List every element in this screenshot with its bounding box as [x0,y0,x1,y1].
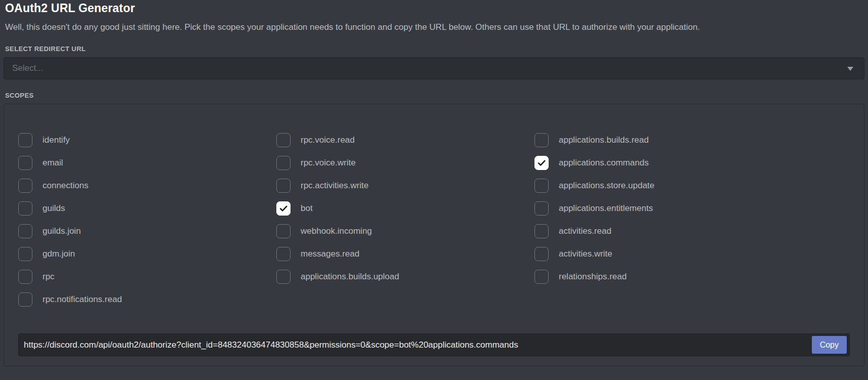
scope-item[interactable]: email [18,156,276,170]
scopes-column-3: applications.builds.read applications.co… [534,133,793,307]
scope-checkbox[interactable] [534,270,549,284]
scope-checkbox[interactable] [534,156,549,170]
scope-label: connections [43,181,89,191]
generated-url-text[interactable]: https://discord.com/api/oauth2/authorize… [19,340,812,350]
scope-item[interactable]: applications.builds.upload [276,270,534,284]
scope-checkbox[interactable] [18,292,32,307]
scope-checkbox[interactable] [276,270,291,284]
scope-checkbox[interactable] [534,247,549,261]
scope-item[interactable]: rpc.notifications.read [18,292,276,307]
scope-label: webhook.incoming [301,226,372,236]
scope-checkbox[interactable] [18,156,32,170]
scope-checkbox[interactable] [276,247,291,261]
chevron-down-icon [847,67,853,71]
scope-label: activities.read [559,226,611,236]
scope-checkbox[interactable] [18,133,32,147]
scope-label: applications.entitlements [559,203,653,214]
scope-item[interactable]: relationships.read [534,270,793,284]
scope-item[interactable]: activities.write [534,247,793,261]
scope-label: applications.commands [559,158,649,168]
scope-label: rpc.notifications.read [43,294,122,305]
scope-label: activities.write [559,249,612,259]
scopes-box: identify email connections [4,104,864,366]
scope-label: relationships.read [559,272,627,282]
scope-label: rpc.activities.write [301,181,368,191]
scope-checkbox[interactable] [18,224,32,238]
select-placeholder: Select... [4,63,43,73]
scope-item[interactable]: activities.read [534,224,793,238]
scope-checkbox[interactable] [18,270,32,284]
scope-label: rpc.voice.read [301,135,355,145]
scope-item[interactable]: connections [18,179,276,193]
scope-label: applications.builds.upload [301,272,399,282]
scopes-grid: identify email connections [18,133,850,307]
scope-item[interactable]: rpc.voice.read [276,133,534,147]
scope-item[interactable]: applications.entitlements [534,201,793,216]
scope-label: rpc [43,272,55,282]
scope-item[interactable]: applications.store.update [534,179,793,193]
scope-item[interactable]: rpc [18,270,276,284]
scope-label: rpc.voice.write [301,158,356,168]
scope-item[interactable]: messages.read [276,247,534,261]
scope-checkbox[interactable] [534,224,549,238]
scope-label: messages.read [301,249,359,259]
scopes-column-1: identify email connections [18,133,276,307]
scope-item[interactable]: webhook.incoming [276,224,534,238]
redirect-url-select[interactable]: Select... [4,57,864,79]
generated-url-bar: https://discord.com/api/oauth2/authorize… [18,333,850,356]
scope-item[interactable]: guilds [18,201,276,216]
scope-checkbox[interactable] [534,133,549,147]
scopes-column-2: rpc.voice.read rpc.voice.write rpc.activ… [276,133,534,307]
scope-checkbox[interactable] [276,201,291,216]
scope-item[interactable]: identify [18,133,276,147]
scope-checkbox[interactable] [534,201,549,216]
page-title: OAuth2 URL Generator [5,2,863,15]
scope-item[interactable]: rpc.voice.write [276,156,534,170]
scope-item[interactable]: rpc.activities.write [276,179,534,193]
scope-label: bot [301,203,313,214]
scope-label: gdm.join [43,249,75,259]
scope-checkbox[interactable] [534,179,549,193]
scope-checkbox[interactable] [18,247,32,261]
scope-checkbox[interactable] [276,156,291,170]
redirect-url-label: SELECT REDIRECT URL [5,45,863,53]
scope-label: guilds [43,203,65,214]
scope-label: email [43,158,63,168]
page-description: Well, this doesn't do any good just sitt… [5,22,863,33]
scope-label: applications.builds.read [559,135,649,145]
scope-label: identify [43,135,70,145]
scope-checkbox[interactable] [18,201,32,216]
scope-checkbox[interactable] [276,133,291,147]
scope-item[interactable]: applications.commands [534,156,793,170]
scope-label: applications.store.update [559,181,654,191]
scope-checkbox[interactable] [276,224,291,238]
oauth2-url-generator-page: OAuth2 URL Generator Well, this doesn't … [0,2,868,380]
scope-item[interactable]: applications.builds.read [534,133,793,147]
scope-label: guilds.join [43,226,81,236]
scope-item[interactable]: guilds.join [18,224,276,238]
scopes-label: SCOPES [5,92,863,99]
scope-checkbox[interactable] [276,179,291,193]
scope-item[interactable]: bot [276,201,534,216]
scope-checkbox[interactable] [18,179,32,193]
copy-button[interactable]: Copy [812,336,847,354]
scope-item[interactable]: gdm.join [18,247,276,261]
